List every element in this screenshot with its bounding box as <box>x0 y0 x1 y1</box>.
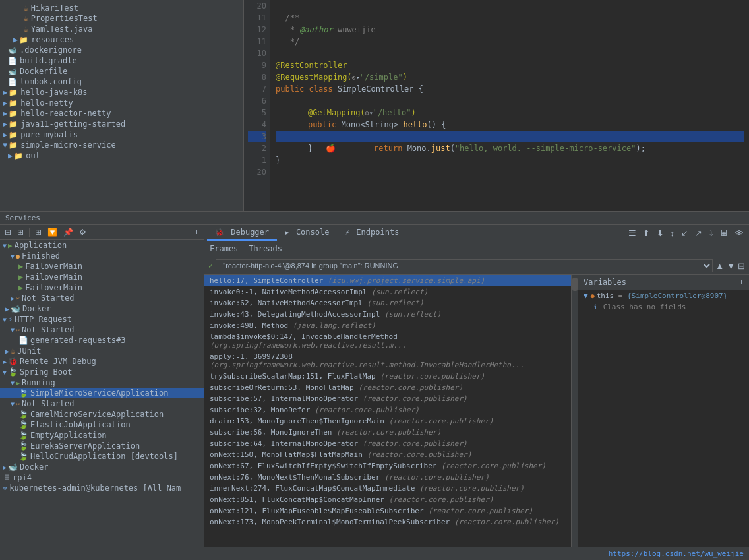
stack-frame-item[interactable]: trySubscribeScalarMap:151, FluxFlatMap (… <box>204 371 571 382</box>
stack-frame-item[interactable]: lambda$invoke$0:147, InvocableHandlerMet… <box>204 331 571 351</box>
scrollbar-thumb[interactable] <box>572 278 578 291</box>
tree-label: HelloCrudApplication [devtools] <box>30 452 178 461</box>
tab-debugger[interactable]: 🐞 Debugger <box>207 225 277 241</box>
step-into-button[interactable]: ↙ <box>678 227 691 239</box>
file-tree-item[interactable]: ▶ 📁 java11-getting-started <box>0 119 243 129</box>
file-tree-item[interactable]: 🐋 Dockerfile <box>0 66 243 77</box>
thread-filter-button[interactable]: ⊟ <box>738 261 745 271</box>
file-tree-item[interactable]: ▶ 📁 hello-netty <box>0 98 243 108</box>
stack-frame-item[interactable]: subscribe:32, MonoDefer (reactor.core.pu… <box>204 404 571 416</box>
stack-frame-item[interactable]: invoke:498, Method (java.lang.reflect) <box>204 320 571 331</box>
tree-item-junit[interactable]: ▶ ☕ JUnit <box>0 346 204 356</box>
stack-frame-item[interactable]: onNext:851, FluxConcatMap$ConcatMapInner… <box>204 494 571 505</box>
file-tree-item[interactable]: ▼ 📁 simple-micro-service <box>0 140 243 150</box>
file-tree-item[interactable]: ☕ HikariTest <box>0 3 243 13</box>
file-tree-item[interactable]: ▶ 📁 hello-reactor-netty <box>0 108 243 119</box>
tree-item-application[interactable]: ▼ ▶ Application <box>0 240 204 251</box>
tree-item-docker-2[interactable]: ▶ 🐋 Docker <box>0 462 204 472</box>
tab-endpoints[interactable]: ⚡ Endpoints <box>337 225 407 241</box>
tree-item-finished[interactable]: ▼ ● Finished <box>0 251 204 261</box>
tree-item-rpi4[interactable]: 🖥 rpi4 <box>0 472 204 483</box>
frame-method: subscribe:32, MonoDefer <box>210 406 315 414</box>
file-tree-item[interactable]: ☕ PropertiesTest <box>0 13 243 24</box>
dockerfile-icon: 🐋 <box>8 67 17 76</box>
watch-button[interactable]: 👁 <box>733 227 746 239</box>
filter-button[interactable]: 🔽 <box>45 227 59 237</box>
tree-item-running[interactable]: ▼ ▶ Running <box>0 377 204 388</box>
folder-icon: 📁 <box>9 99 18 108</box>
tab-threads[interactable]: Threads <box>249 243 282 255</box>
tree-item-kubernetes[interactable]: ⎈ kubernetes-admin@kubernetes [All Nam <box>0 483 204 493</box>
settings-button[interactable]: ⚙ <box>77 227 88 237</box>
tree-item-not-started-2[interactable]: ▼ ✂ Not Started <box>0 325 204 335</box>
file-tree-item[interactable]: ▶ 📁 hello-java-k8s <box>0 87 243 98</box>
layout-button[interactable]: ☰ <box>626 227 639 239</box>
stack-frame-item[interactable]: onNext:76, MonoNext$ThenMonalSubscriber … <box>204 472 571 483</box>
run-to-cursor-button[interactable]: ⤵ <box>706 227 716 239</box>
file-label: out <box>26 151 40 160</box>
step-out-button[interactable]: ↗ <box>692 227 705 239</box>
tree-item-elasticjob[interactable]: 🍃 ElasticJobApplication <box>0 420 204 430</box>
expand-all-button[interactable]: ⊞ <box>15 227 26 237</box>
tree-item-generated-requests[interactable]: 📄 generated-requests#3 <box>0 335 204 346</box>
code-content[interactable]: /** * @author wuweijie */ @RestControlle… <box>270 0 749 211</box>
file-tree-item[interactable]: ☕ YamlTest.java <box>0 24 243 34</box>
tree-item-camel[interactable]: 🍃 CamelMicroServiceApplication <box>0 409 204 420</box>
tree-item-remote-jvm[interactable]: ▶ 🐞 Remote JVM Debug <box>0 356 204 367</box>
stack-frame-item[interactable]: subscribeOrReturn:53, MonoFlatMap (react… <box>204 382 571 393</box>
tree-item-spring-boot[interactable]: ▼ 🍃 Spring Boot <box>0 367 204 377</box>
stack-frame-item[interactable]: subscribe:57, InternalMonoOperator (reac… <box>204 393 571 404</box>
tab-frames[interactable]: Frames <box>210 243 238 255</box>
frame-method: drain:153, MonoIgnoreThen$ThenIgnoreMain <box>210 417 389 425</box>
evaluate-button[interactable]: 🖩 <box>717 227 731 239</box>
file-tree-item[interactable]: 🐋 .dockerignore <box>0 45 243 55</box>
tree-item-http-request[interactable]: ▼ ⚡ HTTP Request <box>0 314 204 325</box>
info-icon: ℹ <box>594 303 597 311</box>
resume-button[interactable]: ⬆ <box>640 227 653 239</box>
tree-item-not-started-1[interactable]: ▶ ✂ Not Started <box>0 293 204 303</box>
stack-frame-item[interactable]: onNext:121, FluxMapFuseable$MapFuseableS… <box>204 505 571 516</box>
stack-frame-item[interactable]: subscribe:56, MonoIgnoreThen (reactor.co… <box>204 427 571 438</box>
tree-item-simple-micro-service[interactable]: 🍃 SimpleMicroServiceApplication <box>0 388 204 398</box>
thread-up-button[interactable]: ▲ <box>715 261 724 271</box>
stack-frame-item[interactable]: onNext:67, FluxSwitchIfEmpty$SwitchIfEmp… <box>204 460 571 472</box>
tree-item-failovermain-3[interactable]: ▶ FailoverMain <box>0 282 204 293</box>
stack-frame-item[interactable]: subscribe:64, InternalMonoOperator (reac… <box>204 438 571 449</box>
file-tree-item[interactable]: ▶ 📁 pure-mybatis <box>0 129 243 140</box>
thread-dropdown[interactable]: "reactor-http-nio-4"@8,874 in group "mai… <box>216 259 713 272</box>
add-button[interactable]: + <box>193 227 201 237</box>
file-tree-item[interactable]: 📄 lombok.config <box>0 77 243 87</box>
tree-item-failovermain-1[interactable]: ▶ FailoverMain <box>0 261 204 272</box>
file-tree-item[interactable]: 📄 build.gradle <box>0 55 243 66</box>
pause-button[interactable]: ⬇ <box>654 227 667 239</box>
stack-frame-item[interactable]: onNext:150, MonoFlatMap$FlatMapMain (rea… <box>204 449 571 460</box>
thread-down-button[interactable]: ▼ <box>727 261 735 271</box>
stack-frame-item[interactable]: innerNext:274, FluxConcatMap$ConcatMapIm… <box>204 483 571 494</box>
step-over-button[interactable]: ↕ <box>668 227 678 239</box>
tree-item-hellocrud[interactable]: 🍃 HelloCrudApplication [devtools] <box>0 451 204 462</box>
stack-frame-item[interactable]: drain:153, MonoIgnoreThen$ThenIgnoreMain… <box>204 416 571 427</box>
tree-item-eureka[interactable]: 🍃 EurekaServerApplication <box>0 441 204 451</box>
add-watch-button[interactable]: + <box>739 278 744 287</box>
tree-item-failovermain-2[interactable]: ▶ FailoverMain <box>0 272 204 282</box>
file-tree-item[interactable]: ▶ 📁 out <box>0 150 243 161</box>
tree-item-not-started-3[interactable]: ▼ ✂ Not Started <box>0 398 204 409</box>
file-tree-item[interactable]: ▶ 📁 resources <box>0 34 243 45</box>
stack-frame-item[interactable]: apply:-1, 369972308 (org.springframework… <box>204 351 571 371</box>
variable-item[interactable]: ▼ ● this = {SimpleController@8907} <box>578 290 749 301</box>
stack-frame-item[interactable]: onNext:173, MonoPeekTerminal$MonoTermina… <box>204 516 571 528</box>
collapse-all-button[interactable]: ⊟ <box>3 227 13 237</box>
stack-frame-item[interactable]: hello:17, SimpleController (icu.wwj.proj… <box>204 275 571 286</box>
stack-frame-item[interactable]: invoke0:-1, NativeMethodAccessorImpl (su… <box>204 286 571 297</box>
stack-frame-item[interactable]: invoke:62, NativeMethodAccessorImpl (sun… <box>204 297 571 309</box>
stack-frame-item[interactable]: invoke:43, DelegatingMethodAccessorImpl … <box>204 309 571 320</box>
tree-item-empty-app[interactable]: 🍃 EmptyApplication <box>0 430 204 441</box>
tree-item-docker-1[interactable]: ▶ 🐋 Docker <box>0 303 204 314</box>
scrollbar-area: ∞ <box>571 275 578 560</box>
app-icon: ▶ <box>8 241 13 250</box>
tab-console[interactable]: ▶ Console <box>277 225 337 241</box>
pin-button[interactable]: 📌 <box>61 227 75 237</box>
group-button[interactable]: ⊞ <box>33 227 44 237</box>
junit-icon: ☕ <box>11 346 15 356</box>
tree-label: Finished <box>22 251 60 261</box>
